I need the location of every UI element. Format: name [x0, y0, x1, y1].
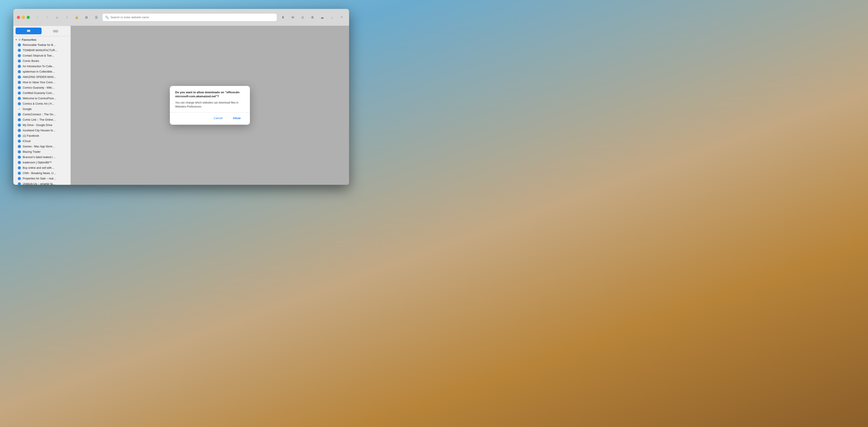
bookmark-item[interactable]: Unblock-Us – smarter fa…	[13, 181, 70, 185]
bookmark-item[interactable]: AMAZING SPIDER-MAN…	[13, 74, 70, 80]
bookmark-label: AMAZING SPIDER-MAN…	[23, 76, 68, 79]
bookmark-item[interactable]: G Google	[13, 107, 70, 112]
globe-favicon-icon	[18, 155, 21, 159]
bookmark-item[interactable]: Contact Stoprust & Tow…	[13, 53, 70, 58]
globe-favicon-icon	[18, 91, 21, 95]
globe-favicon-icon	[18, 123, 21, 127]
sidebar-tabs: 📖 ◎◎	[13, 26, 70, 36]
reading-list-button[interactable]: ☰	[92, 13, 100, 21]
bookmark-item[interactable]: TOWBAR MANUFACTUR…	[13, 48, 70, 53]
bookmark-item[interactable]: spiderman in Collectible…	[13, 69, 70, 74]
bookmark-label: Branson's latest leaked i…	[23, 155, 68, 159]
mail-icon: ✉	[291, 16, 294, 19]
reading-list-glasses-icon: ◎◎	[53, 29, 58, 33]
bookmark-item[interactable]: Blazing Trader	[13, 149, 70, 154]
bookmark-label: Auckland City Houses fo…	[23, 129, 68, 132]
back-icon: ‹	[37, 15, 38, 20]
home-icon: ⌂	[56, 16, 58, 19]
bookmark-item[interactable]: Comics Guaranty - Wiki…	[13, 85, 70, 90]
icloud-button[interactable]: ☁	[318, 13, 326, 21]
globe-favicon-icon	[18, 81, 21, 84]
bookmark-item[interactable]: Comics & Comic Art | H…	[13, 101, 70, 107]
new-tab-button[interactable]: +	[338, 13, 345, 21]
bookmark-label: Google	[23, 108, 68, 111]
globe-favicon-icon	[18, 134, 21, 137]
section-collapse-arrow[interactable]: ▼	[15, 38, 17, 41]
forward-icon: ›	[47, 15, 48, 20]
tab-bookmarks[interactable]: 📖	[16, 28, 41, 34]
dialog-title: Do you want to allow downloads on "offic…	[175, 90, 245, 98]
close-button[interactable]	[17, 16, 20, 19]
bookmark-label: My Drive - Google Drive	[23, 123, 68, 127]
bookmark-label: How to Value Your Comi…	[23, 81, 68, 84]
search-icon: 🔍	[105, 16, 109, 19]
bookmark-label: Comic Link :: The Online…	[23, 118, 68, 121]
forward-button[interactable]: ›	[43, 13, 51, 21]
bookmark-item[interactable]: Games - Mac App Store…	[13, 144, 70, 149]
bookmark-label: Welcome to ComicsPrice…	[23, 97, 68, 100]
icloud-icon: ☁	[320, 16, 324, 19]
titlebar: ‹ › ⌂ ↑ 🔒 ⊞ ☰ 🔍 ⬆ ✉	[13, 9, 349, 26]
browser-body: 📖 ◎◎ ▼ ☆ Favourites Removable Towbar for…	[13, 26, 349, 185]
bookmark-label: Blazing Trader	[23, 150, 68, 153]
globe-favicon-icon	[18, 182, 21, 185]
bookmark-label: spiderman in Collectible…	[23, 70, 68, 73]
settings-button[interactable]: ⚙	[309, 13, 316, 21]
print-button[interactable]: ⎙	[299, 13, 306, 21]
bookmark-label: Removable Towbar for B…	[23, 44, 68, 47]
address-input[interactable]	[111, 16, 274, 19]
bookmark-item[interactable]: Comic Link :: The Online…	[13, 117, 70, 122]
tab-reading-list[interactable]: ◎◎	[42, 28, 68, 34]
globe-favicon-icon	[18, 166, 21, 169]
lock-icon: 🔒	[75, 16, 79, 19]
bookmark-item[interactable]: Certified Guaranty Com…	[13, 90, 70, 96]
bookmark-label: iCloud	[23, 140, 68, 143]
bookmark-item[interactable]: Auckland City Houses fo…	[13, 128, 70, 133]
lock-button[interactable]: 🔒	[73, 13, 81, 21]
globe-favicon-icon	[18, 86, 21, 89]
tab-overview-button[interactable]: ⊞	[83, 13, 90, 21]
download-dialog: Do you want to allow downloads on "offic…	[170, 86, 250, 125]
sidebar: 📖 ◎◎ ▼ ☆ Favourites Removable Towbar for…	[13, 26, 71, 185]
mail-button[interactable]: ✉	[289, 13, 297, 21]
dialog-buttons: Cancel Allow	[175, 115, 245, 121]
bookmark-item[interactable]: Branson's latest leaked i…	[13, 154, 70, 160]
back-button[interactable]: ‹	[34, 13, 41, 21]
settings-icon: ⚙	[311, 16, 314, 19]
globe-favicon-icon	[18, 129, 21, 132]
bookmark-item[interactable]: An Introduction To Colle…	[13, 64, 70, 69]
globe-favicon-icon	[18, 140, 21, 143]
globe-favicon-icon	[18, 118, 21, 121]
bookmark-item[interactable]: traderoom | OptionBit™	[13, 160, 70, 165]
bookmark-item[interactable]: My Drive - Google Drive	[13, 122, 70, 128]
section-title: Favourites	[22, 38, 36, 41]
bookmark-item[interactable]: How to Value Your Comi…	[13, 80, 70, 85]
allow-button[interactable]: Allow	[229, 115, 245, 121]
bookmark-item[interactable]: (1) Facebook	[13, 133, 70, 139]
reading-list-icon: ☰	[95, 16, 98, 19]
bookmark-item[interactable]: Buy online and sell with…	[13, 165, 70, 171]
bookmark-item[interactable]: ComicConnect :: The On…	[13, 112, 70, 117]
bookmark-item[interactable]: Welcome to ComicsPrice…	[13, 96, 70, 101]
home-button[interactable]: ⌂	[53, 13, 61, 21]
globe-favicon-icon	[18, 49, 21, 52]
upload-button[interactable]: ↑	[63, 13, 71, 21]
bookmark-item[interactable]: Removable Towbar for B…	[13, 42, 70, 48]
globe-favicon-icon	[18, 177, 21, 180]
share-button[interactable]: ⬆	[279, 13, 287, 21]
google-favicon-icon: G	[18, 108, 21, 111]
bookmark-label: Comics Guaranty - Wiki…	[23, 86, 68, 89]
cancel-button[interactable]: Cancel	[210, 115, 226, 121]
bookmark-item[interactable]: Properties for Sale – real…	[13, 176, 70, 181]
minimize-button[interactable]	[22, 16, 25, 19]
bookmark-item[interactable]: CNN - Breaking News, U…	[13, 171, 70, 176]
bookmark-label: Games - Mac App Store…	[23, 145, 68, 148]
bookmark-label: traderoom | OptionBit™	[23, 161, 68, 164]
bookmark-label: Certified Guaranty Com…	[23, 91, 68, 95]
bookmark-item[interactable]: Comic Books	[13, 58, 70, 64]
bookmark-label: Comics & Comic Art | H…	[23, 102, 68, 105]
bookmark-label: Buy online and sell with…	[23, 166, 68, 169]
bookmark-item[interactable]: iCloud	[13, 139, 70, 144]
fullscreen-button[interactable]	[27, 16, 30, 19]
download-button[interactable]: ↓	[328, 13, 336, 21]
